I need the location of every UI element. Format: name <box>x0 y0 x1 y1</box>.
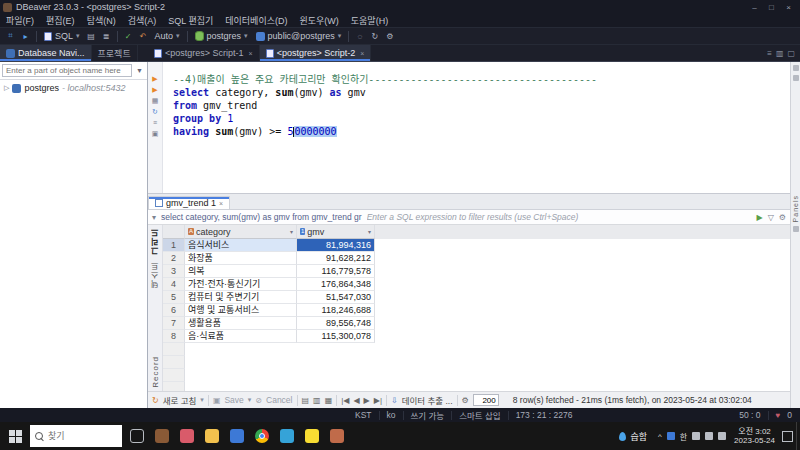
battery-icon[interactable] <box>718 432 726 440</box>
menu-item[interactable]: 도움말(H) <box>345 14 394 27</box>
cell-category[interactable]: 가전·전자·통신기기 <box>185 278 297 291</box>
cell-gmv[interactable]: 176,864,348 <box>297 278 375 291</box>
tab-script-1[interactable]: <postgres> Script-1 × <box>148 45 260 61</box>
export-icon[interactable]: ⇩ <box>391 396 398 405</box>
menu-item[interactable]: 파일(F) <box>0 14 40 27</box>
code-line[interactable]: group by 1 <box>173 112 790 125</box>
refresh-icon[interactable]: ↻ <box>368 30 381 43</box>
prev-page-icon[interactable]: ◀ <box>353 396 359 405</box>
tray-expand-icon[interactable]: ^ <box>658 432 662 441</box>
filter-expression-input[interactable]: Enter a SQL expression to filter results… <box>367 212 752 222</box>
execute-query-icon[interactable]: ▶ <box>152 75 157 83</box>
row-number[interactable]: 3 <box>163 265 185 278</box>
table-row[interactable]: 6여행 및 교통서비스118,246,688 <box>163 304 790 317</box>
notification-center-icon[interactable] <box>782 431 793 442</box>
tree-item-postgres[interactable]: ▷ postgres - localhost:5432 <box>4 83 143 93</box>
chevron-down-icon[interactable]: ▾ <box>200 396 204 404</box>
task-view-icon[interactable] <box>124 422 149 450</box>
connect-icon[interactable]: ▸ <box>19 30 32 43</box>
cell-gmv[interactable]: 116,779,578 <box>297 265 375 278</box>
network-icon[interactable] <box>705 432 713 440</box>
close-tab-icon[interactable]: × <box>249 50 253 57</box>
tab-list-icon[interactable]: ≡ <box>767 49 772 58</box>
menu-item[interactable]: 데이터베이스(D) <box>219 14 293 27</box>
tab-projects[interactable]: 프로젝트 <box>92 45 138 61</box>
column-filter-arrow-icon[interactable]: ▾ <box>290 226 293 238</box>
execute-statement-icon[interactable]: ▤ <box>85 30 98 43</box>
table-row[interactable]: 2화장품91,628,212 <box>163 252 790 265</box>
chrome-icon[interactable] <box>249 422 274 450</box>
cell-gmv[interactable]: 81,994,316 <box>297 239 375 252</box>
filter-dropdown-icon[interactable]: ▼ <box>134 67 145 74</box>
file-explorer-icon[interactable] <box>199 422 224 450</box>
commit-icon[interactable]: ✓ <box>122 30 135 43</box>
save-button[interactable]: Save <box>224 395 243 405</box>
fetch-size-input[interactable] <box>473 394 499 406</box>
cell-category[interactable]: 의복 <box>185 265 297 278</box>
panels-vertical-tab[interactable]: Panels <box>792 195 799 222</box>
add-row-icon[interactable]: ▤ <box>302 396 310 405</box>
row-number[interactable]: 1 <box>163 239 185 252</box>
editor-menu-icon[interactable]: ≡ <box>153 119 157 127</box>
new-connection-icon[interactable]: ⌗ <box>4 30 17 43</box>
row-number[interactable]: 7 <box>163 317 185 330</box>
taskbar-search-input[interactable] <box>48 431 108 441</box>
execute-script-icon[interactable]: ▶ <box>152 86 157 94</box>
table-row[interactable]: 1음식서비스81,994,316 <box>163 239 790 252</box>
tab-script-2[interactable]: <postgres> Script-2 × <box>260 45 372 61</box>
export-button[interactable]: 데이터 추출 ... <box>402 394 453 406</box>
tab-database-navigator[interactable]: Database Navi... <box>0 45 92 61</box>
minimize-icon[interactable]: – <box>746 3 763 12</box>
close-icon[interactable]: × <box>780 3 797 12</box>
split-editor-icon[interactable]: ▥ <box>776 49 784 58</box>
table-row[interactable]: 3의복116,779,578 <box>163 265 790 278</box>
schema-selector[interactable]: public@postgres ▾ <box>253 31 345 41</box>
close-tab-icon[interactable]: × <box>360 50 364 57</box>
table-row[interactable]: 5컴퓨터 및 주변기기51,547,030 <box>163 291 790 304</box>
cell-category[interactable]: 화장품 <box>185 252 297 265</box>
apply-filter-icon[interactable]: ▶ <box>757 213 763 222</box>
new-sql-editor-button[interactable]: SQL ▾ <box>41 31 83 41</box>
code-line[interactable]: from gmv_trend <box>173 99 790 112</box>
cell-category[interactable]: 음·식료품 <box>185 330 297 343</box>
duplicate-row-icon[interactable]: ▥ <box>313 396 321 405</box>
code-line[interactable]: having sum(gmv) >= 50000000 <box>173 125 790 138</box>
kakaotalk-icon[interactable] <box>299 422 324 450</box>
table-dropdown-icon[interactable]: ▾ <box>152 213 156 222</box>
minimap-icon[interactable] <box>793 75 799 81</box>
mail-app-icon[interactable] <box>174 422 199 450</box>
cell-gmv[interactable]: 51,547,030 <box>297 291 375 304</box>
menu-item[interactable]: 편집(E) <box>40 14 81 27</box>
row-number[interactable]: 5 <box>163 291 185 304</box>
cell-category[interactable]: 생활용품 <box>185 317 297 330</box>
speaker-icon[interactable] <box>692 432 700 440</box>
last-page-icon[interactable]: ▶| <box>374 396 382 405</box>
taskbar-clock[interactable]: 오전 3:02 2023-05-24 <box>730 427 779 445</box>
view-tab-record[interactable]: Record <box>151 356 160 388</box>
taskbar-search[interactable] <box>30 425 122 447</box>
cell-gmv[interactable]: 115,300,078 <box>297 330 375 343</box>
code-line[interactable]: --4)매출이 높은 주요 카테고리만 확인하기----------------… <box>173 73 790 86</box>
weather-widget[interactable]: 습함 <box>612 430 654 443</box>
table-row[interactable]: 4가전·전자·통신기기176,864,348 <box>163 278 790 291</box>
editor-misc-icon[interactable]: ▣ <box>152 130 159 138</box>
row-number[interactable]: 6 <box>163 304 185 317</box>
row-number-header[interactable] <box>163 225 185 239</box>
table-row[interactable]: 7생활용품89,556,748 <box>163 317 790 330</box>
menu-item[interactable]: 윈도우(W) <box>293 14 344 27</box>
cell-gmv[interactable]: 91,628,212 <box>297 252 375 265</box>
show-desktop-button[interactable] <box>796 422 800 450</box>
cell-category[interactable]: 컴퓨터 및 주변기기 <box>185 291 297 304</box>
code-line[interactable]: select category, sum(gmv) as gmv <box>173 86 790 99</box>
maximize-icon[interactable]: □ <box>763 3 780 12</box>
open-script-icon[interactable]: ≣ <box>100 30 113 43</box>
refresh-editor-icon[interactable]: ↻ <box>152 108 158 116</box>
cell-category[interactable]: 여행 및 교통서비스 <box>185 304 297 317</box>
row-number[interactable]: 8 <box>163 330 185 343</box>
maximize-editor-icon[interactable]: ▢ <box>787 49 795 58</box>
cell-gmv[interactable]: 118,246,688 <box>297 304 375 317</box>
cell-category[interactable]: 음식서비스 <box>185 239 297 252</box>
commit-mode-dropdown[interactable]: Auto ▾ <box>152 31 183 41</box>
view-tab-grid[interactable]: 그리드 <box>150 228 161 255</box>
next-page-icon[interactable]: ▶ <box>364 396 370 405</box>
